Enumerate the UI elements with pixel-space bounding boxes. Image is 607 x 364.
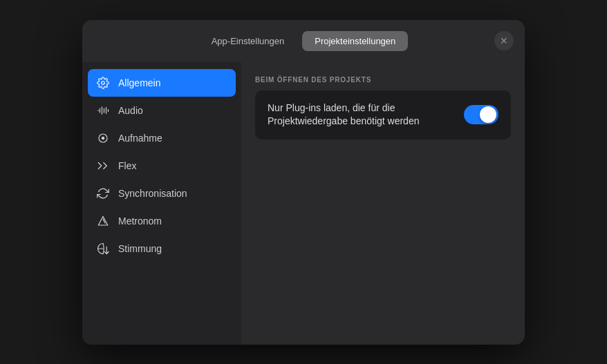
sidebar-item-stimmung-label: Stimmung — [118, 243, 162, 254]
main-content: BEIM ÖFFNEN DES PROJEKTS Nur Plug-ins la… — [241, 62, 525, 345]
setting-text: Nur Plug-ins laden, die für die Projektw… — [268, 102, 453, 128]
sidebar-item-metronom-label: Metronom — [118, 215, 162, 227]
svg-point-0 — [102, 81, 105, 84]
sidebar-item-synchronisation[interactable]: Synchronisation — [88, 180, 236, 207]
sidebar-item-flex[interactable]: Flex — [88, 152, 236, 180]
audio-icon — [96, 104, 110, 117]
svg-marker-9 — [98, 216, 108, 225]
sidebar-item-synchronisation-label: Synchronisation — [118, 188, 187, 199]
sidebar-item-aufnahme[interactable]: Aufnahme — [88, 124, 236, 152]
close-button[interactable]: ✕ — [494, 31, 514, 50]
sidebar-item-metronom[interactable]: Metronom — [88, 207, 236, 235]
metronome-icon — [96, 214, 110, 228]
record-icon — [96, 131, 110, 145]
sidebar-item-flex-label: Flex — [118, 160, 136, 171]
sidebar-item-allgemein-label: Allgemein — [118, 77, 160, 88]
toggle-wrapper[interactable] — [464, 105, 498, 124]
toggle-knob — [480, 106, 496, 123]
dialog: App-Einstellungen Projekteinstellungen ✕… — [82, 20, 525, 345]
sidebar-item-audio[interactable]: Audio — [88, 97, 236, 124]
toggle-plugins[interactable] — [464, 105, 498, 124]
sidebar: Allgemein Audio — [82, 62, 241, 345]
gear-icon — [96, 76, 110, 90]
sidebar-item-stimmung[interactable]: Stimmung — [88, 235, 236, 262]
dialog-body: Allgemein Audio — [82, 62, 525, 345]
sidebar-item-audio-label: Audio — [118, 105, 143, 116]
sidebar-item-aufnahme-label: Aufnahme — [118, 133, 162, 144]
tab-project-settings[interactable]: Projekteinstellungen — [302, 31, 408, 51]
flex-icon — [96, 159, 110, 173]
sidebar-item-allgemein[interactable]: Allgemein — [88, 69, 236, 97]
settings-card: Nur Plug-ins laden, die für die Projektw… — [255, 90, 511, 140]
svg-point-8 — [102, 136, 105, 140]
tab-app-settings[interactable]: App-Einstellungen — [199, 31, 297, 51]
dialog-header: App-Einstellungen Projekteinstellungen ✕ — [82, 20, 525, 62]
sync-icon — [96, 186, 110, 200]
section-label: BEIM ÖFFNEN DES PROJEKTS — [255, 76, 511, 84]
tune-icon — [96, 242, 110, 256]
